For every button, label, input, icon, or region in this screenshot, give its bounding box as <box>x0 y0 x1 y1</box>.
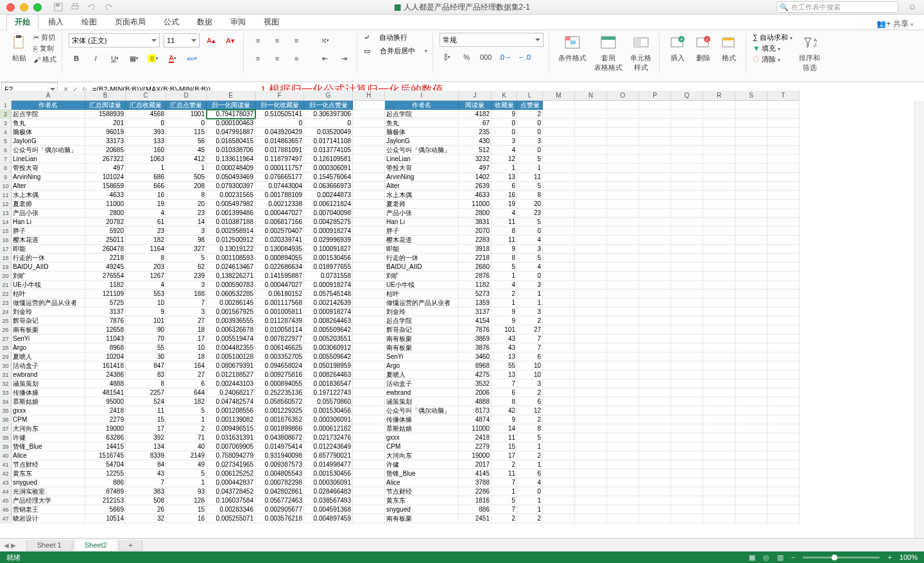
cell[interactable]: 0.118797497 <box>255 155 304 164</box>
cell[interactable] <box>575 146 607 155</box>
cell[interactable]: 贽锋_Blue <box>385 469 459 478</box>
cell[interactable]: 0.043920429 <box>255 128 304 137</box>
cell[interactable] <box>575 487 607 496</box>
cell[interactable]: 45 <box>166 146 207 155</box>
cell[interactable] <box>607 209 639 218</box>
cell[interactable] <box>671 406 703 415</box>
cell[interactable] <box>639 164 671 173</box>
cell[interactable] <box>575 200 607 209</box>
cell[interactable]: SenYi <box>12 334 85 343</box>
cell[interactable] <box>703 227 735 236</box>
cell[interactable]: 做懂运营的产品从业者 <box>385 299 459 307</box>
cell[interactable]: 11000 <box>459 200 492 209</box>
cell[interactable]: 刘旷 <box>385 272 459 281</box>
cell[interactable]: Han Li <box>12 218 85 227</box>
cell[interactable]: 56 <box>166 137 207 146</box>
cell[interactable] <box>543 263 575 272</box>
cell[interactable] <box>575 433 607 442</box>
cell[interactable]: 11000 <box>459 424 492 433</box>
cell[interactable]: 6 <box>492 182 517 191</box>
cell[interactable]: 161418 <box>85 361 126 370</box>
cell[interactable]: 收藏量 <box>492 101 517 110</box>
cell[interactable] <box>671 290 703 299</box>
cell[interactable]: 0.05570860 <box>304 397 353 406</box>
cell[interactable] <box>671 101 703 110</box>
cell[interactable]: 7 <box>166 299 207 307</box>
cell[interactable] <box>671 307 703 316</box>
cell[interactable]: 作者名 <box>12 101 85 110</box>
cell[interactable]: 11000 <box>85 200 126 209</box>
redo-icon[interactable] <box>103 2 114 12</box>
cell[interactable]: 3918 <box>459 245 492 254</box>
cell[interactable]: 182 <box>166 397 207 406</box>
cell[interactable]: 43 <box>126 469 166 478</box>
comma-button[interactable]: 000 <box>478 49 493 65</box>
cell[interactable]: 0 <box>517 487 543 496</box>
cell[interactable] <box>735 182 767 191</box>
insert-button[interactable]: +插入 <box>666 33 689 64</box>
cell[interactable] <box>703 406 735 415</box>
cell[interactable]: Alice <box>12 451 85 460</box>
cell[interactable]: 1 <box>166 478 207 487</box>
cell[interactable]: 即能 <box>385 245 459 254</box>
cell[interactable] <box>767 119 800 128</box>
cell[interactable] <box>575 307 607 316</box>
increase-font-icon[interactable]: A▴ <box>203 33 219 48</box>
cell[interactable] <box>543 325 575 334</box>
cell[interactable]: 0.006121824 <box>304 200 353 209</box>
column-header[interactable]: E <box>207 91 255 101</box>
cell[interactable]: 0.009496515 <box>207 424 255 433</box>
cell[interactable] <box>575 137 607 146</box>
cell[interactable]: 10204 <box>85 352 126 361</box>
cell[interactable] <box>671 191 703 200</box>
cell[interactable] <box>607 236 639 245</box>
cell[interactable]: 14 <box>492 424 517 433</box>
cell[interactable]: 0.197122743 <box>304 388 353 397</box>
cell[interactable]: BAIDU_AIID <box>12 263 85 272</box>
cell[interactable]: 4 <box>517 263 543 272</box>
cell[interactable] <box>575 209 607 218</box>
cell[interactable]: 0.000248409 <box>207 164 255 173</box>
cell[interactable] <box>767 254 800 263</box>
cell[interactable] <box>639 182 671 191</box>
cell[interactable] <box>767 200 800 209</box>
cell[interactable] <box>767 370 800 379</box>
cell[interactable]: 2876 <box>459 272 492 281</box>
clear-button[interactable]: ◇ 清除 ▾ <box>753 55 792 64</box>
cell[interactable]: 9 <box>492 307 517 316</box>
cell[interactable]: 0 <box>126 119 166 128</box>
cell[interactable] <box>767 460 800 469</box>
cell[interactable]: 0.012500912 <box>207 236 255 245</box>
cell[interactable]: 4154 <box>459 316 492 325</box>
cell[interactable] <box>543 182 575 191</box>
cell[interactable]: 9 <box>492 110 517 119</box>
cell[interactable] <box>575 334 607 343</box>
cell[interactable] <box>543 370 575 379</box>
cell[interactable]: 5 <box>166 469 207 478</box>
cell[interactable]: 0.000782298 <box>255 478 304 487</box>
cell[interactable] <box>703 487 735 496</box>
cell[interactable]: 3460 <box>459 352 492 361</box>
cell[interactable]: 0.005255071 <box>207 514 255 523</box>
cell[interactable] <box>353 299 385 307</box>
column-header[interactable]: P <box>639 91 671 101</box>
cell[interactable] <box>767 388 800 397</box>
cell[interactable] <box>543 352 575 361</box>
cell[interactable]: 产品小张 <box>385 209 459 218</box>
share-button[interactable]: 👥+ 共享 ▾ <box>877 19 914 30</box>
format-cells-button[interactable]: 格式 <box>717 33 740 64</box>
cell[interactable] <box>767 406 800 415</box>
column-header[interactable]: Q <box>671 91 703 101</box>
cell[interactable]: 6 <box>517 397 543 406</box>
cell[interactable]: ArvinNing <box>385 173 459 182</box>
cell[interactable]: 活动盒子 <box>385 379 459 388</box>
cell[interactable]: 1 <box>517 460 543 469</box>
cell[interactable] <box>607 316 639 325</box>
cell[interactable]: 0.000306091 <box>304 478 353 487</box>
cell[interactable] <box>353 505 385 514</box>
cell[interactable] <box>703 164 735 173</box>
cell[interactable] <box>353 263 385 272</box>
cell[interactable]: 脑极体 <box>385 128 459 137</box>
cell[interactable] <box>671 218 703 227</box>
row-header[interactable]: 3 <box>0 119 12 128</box>
